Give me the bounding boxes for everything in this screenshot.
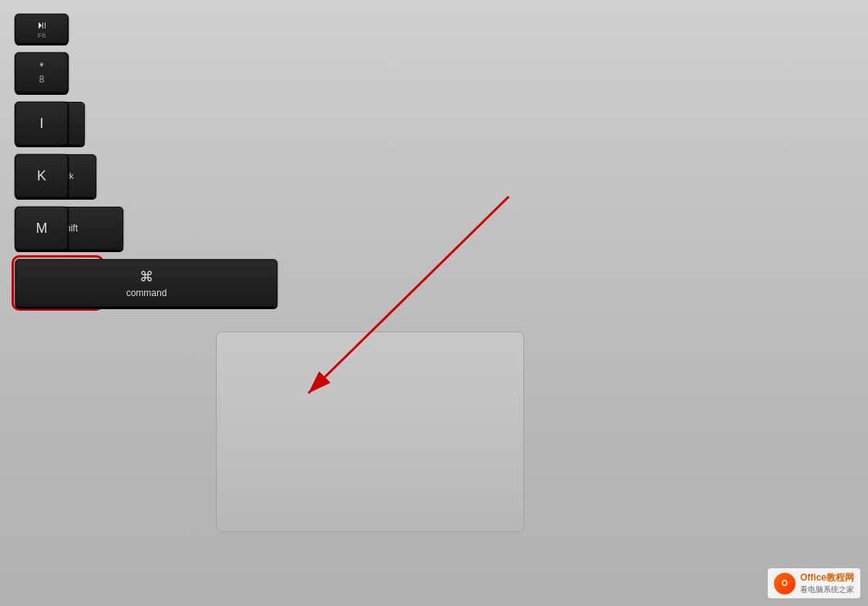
watermark: O Office教程网 看电脑系统之家 bbox=[768, 568, 860, 598]
key-8-sub: 8 bbox=[39, 74, 45, 85]
key-command[interactable]: ⌘ command bbox=[15, 259, 278, 307]
key-8[interactable]: * 8 bbox=[15, 52, 68, 93]
key-f8[interactable]: ⏯ F8 bbox=[15, 14, 68, 43]
asdf-row: caps lock A S D f G H J K bbox=[15, 154, 96, 197]
key-k[interactable]: K bbox=[15, 154, 68, 197]
trackpad bbox=[216, 332, 524, 532]
key-8-main: * bbox=[39, 60, 43, 72]
watermark-line1: Office教程网 bbox=[800, 571, 854, 584]
key-f8-label: F8 bbox=[38, 32, 46, 39]
watermark-text: Office教程网 看电脑系统之家 bbox=[800, 571, 854, 595]
key-command-icon: ⌘ bbox=[140, 268, 153, 285]
key-m[interactable]: M bbox=[15, 207, 68, 250]
watermark-icon: O bbox=[774, 573, 796, 594]
key-command-label: command bbox=[126, 288, 167, 298]
keyboard-body: esc ☀ F1 ✺ F2 ⊞⊟ F3 ⠿⠿ F4 ☀▲ F5 ☀▼ bbox=[0, 0, 868, 606]
watermark-line2: 看电脑系统之家 bbox=[800, 584, 854, 595]
key-f8-icon: ⏯ bbox=[36, 19, 47, 31]
keyboard-photo: esc ☀ F1 ✺ F2 ⊞⊟ F3 ⠿⠿ F4 ☀▲ F5 ☀▼ bbox=[0, 0, 868, 606]
key-i[interactable]: I bbox=[15, 102, 68, 145]
